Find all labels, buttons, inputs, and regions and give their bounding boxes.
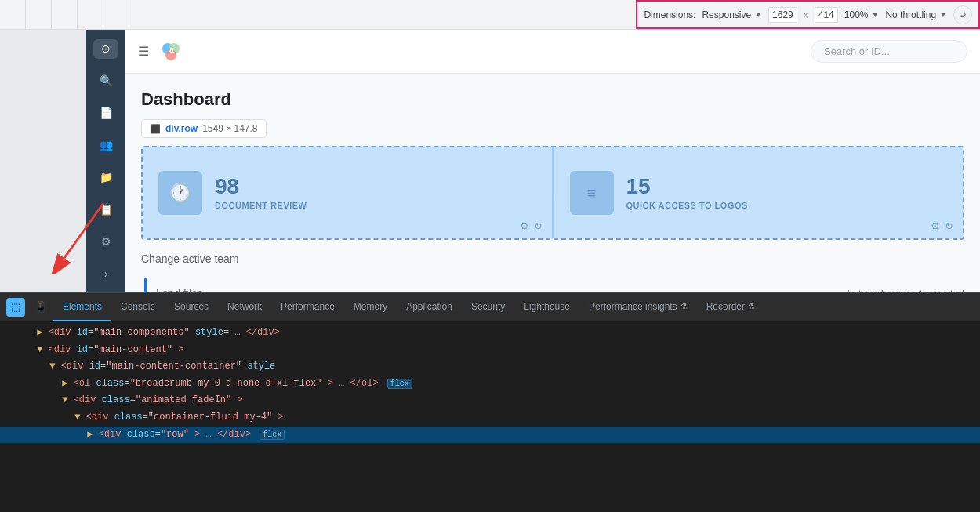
devtools-left-segment-2	[26, 0, 52, 30]
device-mode-button[interactable]: 📱	[31, 298, 50, 317]
app-viewport: ☰ a Search or ID... Dashboard ⬛ div.row …	[86, 30, 980, 292]
tab-elements[interactable]: Elements	[53, 293, 111, 321]
tab-recorder[interactable]: Recorder ⚗	[697, 293, 764, 321]
sidebar-icon-document[interactable]: 📄	[93, 103, 118, 123]
devtools-left-segment-5	[103, 0, 129, 30]
code-line-2[interactable]: ▼ <div id="main-content" >	[0, 342, 980, 359]
tab-memory[interactable]: Memory	[344, 293, 397, 321]
throttling-value: No throttling	[885, 9, 936, 20]
tab-application[interactable]: Application	[397, 293, 462, 321]
zoom-dropdown-arrow: ▼	[871, 10, 879, 19]
rotate-icon: ⤾	[958, 9, 967, 21]
tab-performance[interactable]: Performance	[271, 293, 344, 321]
code-line-4[interactable]: ▶ <ol class="breadcrumb my-0 d-none d-xl…	[0, 376, 980, 393]
tab-lighthouse[interactable]: Lighthouse	[514, 293, 579, 321]
code-line-5[interactable]: ▼ <div class="animated fadeIn" >	[0, 392, 980, 409]
blue-line-indicator	[144, 278, 147, 292]
widget-label-2: QUICK ACCESS TO LOGOS	[626, 201, 948, 210]
code-line-1[interactable]: ▶ <div id="main-components" style= … </d…	[0, 325, 980, 342]
sidebar-icon-search[interactable]: 🔍	[93, 71, 118, 91]
devtools-code-view: ▶ <div id="main-components" style= … </d…	[0, 321, 980, 512]
widget-card-1: 🕐 98 DOCUMENT REVIEW ⚙ ↻	[143, 147, 553, 238]
svg-line-5	[64, 203, 103, 258]
zoom-value: 100%	[844, 9, 869, 20]
width-input[interactable]: 1629	[768, 7, 797, 23]
widget-number-1: 98	[215, 176, 536, 198]
devtools-top-bar: Dimensions: Responsive ▼ 1629 x 414 100%…	[0, 0, 980, 30]
widget-info-2: 15 QUICK ACCESS TO LOGOS	[626, 176, 948, 210]
code-line-6[interactable]: ▼ <div class="container-fluid my-4" >	[0, 409, 980, 427]
widget-card-2: ≡ 15 QUICK ACCESS TO LOGOS ⚙ ↻	[554, 147, 964, 238]
cross-sep: x	[804, 9, 808, 20]
widget-footer-1: ⚙ ↻	[520, 220, 543, 232]
arrow-annotation	[49, 195, 111, 277]
app-logo: a	[158, 39, 183, 64]
refresh-icon-1[interactable]: ↻	[534, 220, 543, 232]
throttling-dropdown-arrow: ▼	[939, 10, 947, 19]
sidebar-icon-users[interactable]: 👥	[93, 136, 118, 155]
element-dimensions: 1549 × 147.8	[202, 123, 257, 134]
tab-network[interactable]: Network	[218, 293, 271, 321]
element-inspector-badge: ⬛ div.row 1549 × 147.8	[141, 119, 267, 138]
main-content: Dashboard ⬛ div.row 1549 × 147.8 🕐 98 DO…	[125, 74, 980, 292]
devtools-left-segment-4	[78, 0, 103, 30]
recorder-badge: ⚗	[748, 302, 755, 310]
tab-security[interactable]: Security	[462, 293, 514, 321]
zoom-select-wrapper[interactable]: 100% ▼	[844, 9, 880, 20]
tag-icon: ⬛	[150, 124, 161, 134]
throttling-select-wrapper[interactable]: No throttling ▼	[885, 9, 947, 20]
performance-insights-badge: ⚗	[681, 302, 688, 310]
tag-name: div.row	[165, 123, 198, 134]
gear-icon-2[interactable]: ⚙	[931, 220, 940, 232]
load-files-label: Load files	[156, 287, 203, 292]
widget-icon-1: 🕐	[158, 171, 202, 215]
dimensions-select-wrapper[interactable]: Responsive ▼	[702, 9, 762, 20]
devtools-left-segment-1	[0, 0, 26, 30]
height-input[interactable]: 414	[815, 7, 838, 23]
rotate-button[interactable]: ⤾	[953, 5, 972, 24]
devtools-panel-tabs: ⬚ 📱 Elements Console Sources Network Per…	[0, 293, 980, 321]
hamburger-button[interactable]: ☰	[138, 44, 149, 59]
sidebar-icon-folder[interactable]: 📁	[93, 168, 118, 187]
widget-row: 🕐 98 DOCUMENT REVIEW ⚙ ↻ ≡ 15 QUICK	[141, 146, 964, 240]
inspect-element-button[interactable]: ⬚	[6, 298, 25, 317]
top-nav: ☰ a Search or ID...	[125, 30, 980, 74]
widget-number-2: 15	[626, 176, 948, 198]
dimensions-label: Dimensions:	[644, 9, 695, 20]
sidebar-icon-dashboard[interactable]: ⊙	[93, 39, 118, 59]
devtools-left-segment-3	[52, 0, 78, 30]
svg-text:a: a	[169, 45, 174, 54]
tab-performance-insights[interactable]: Performance insights ⚗	[579, 293, 697, 321]
code-line-7[interactable]: ▶ <div class="row" > … </div> flex	[0, 427, 980, 444]
gear-icon-1[interactable]: ⚙	[520, 220, 529, 232]
refresh-icon-2[interactable]: ↻	[945, 220, 953, 232]
page-title: Dashboard	[141, 89, 964, 110]
search-bar[interactable]: Search or ID...	[811, 40, 967, 63]
load-files-section: Load files Latest documents created	[141, 278, 964, 292]
responsive-toolbar: Dimensions: Responsive ▼ 1629 x 414 100%…	[636, 0, 980, 29]
widget-info-1: 98 DOCUMENT REVIEW	[215, 176, 536, 210]
widget-footer-2: ⚙ ↻	[931, 220, 953, 232]
change-active-team-label: Change active team	[141, 252, 964, 265]
widget-icon-2: ≡	[570, 171, 614, 215]
code-line-3[interactable]: ▼ <div id="main-content-container" style	[0, 358, 980, 376]
tab-sources[interactable]: Sources	[165, 293, 218, 321]
widget-label-1: DOCUMENT REVIEW	[215, 201, 536, 210]
devtools-panel: ⬚ 📱 Elements Console Sources Network Per…	[0, 292, 980, 512]
dimensions-dropdown-arrow: ▼	[754, 10, 762, 19]
dimensions-value: Responsive	[702, 9, 751, 20]
tab-console[interactable]: Console	[111, 293, 165, 321]
